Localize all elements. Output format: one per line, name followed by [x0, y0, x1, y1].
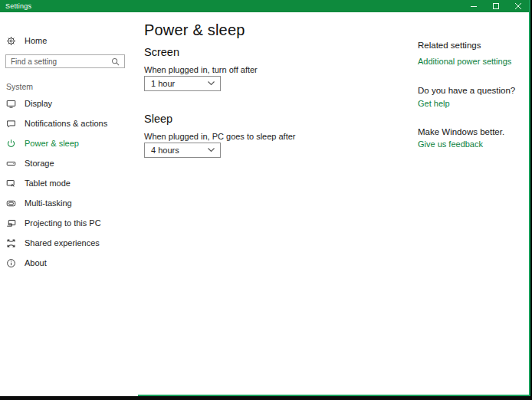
sleep-timeout-dropdown[interactable]: 4 hours — [144, 143, 221, 158]
notifications-icon — [6, 119, 16, 129]
settings-window: Settings — [0, 0, 530, 396]
shared-experiences-icon — [6, 238, 16, 248]
sidebar-item-label: Notifications & actions — [25, 119, 107, 128]
titlebar: Settings — [0, 0, 529, 12]
minimize-icon — [471, 3, 477, 9]
tablet-icon — [6, 179, 16, 189]
sidebar-item-label: Projecting to this PC — [25, 218, 101, 228]
sidebar-item-label: Power & sleep — [25, 139, 79, 148]
sidebar-item-label: Home — [25, 36, 47, 45]
search-box — [5, 54, 125, 68]
close-icon — [515, 3, 521, 9]
sidebar-item-power-sleep[interactable]: Power & sleep — [0, 133, 138, 153]
additional-power-settings-link[interactable]: Additional power settings — [418, 57, 511, 66]
screen-heading: Screen — [144, 46, 179, 58]
sidebar-item-multitasking[interactable]: Multi-tasking — [0, 193, 138, 213]
chevron-down-icon — [208, 81, 220, 86]
sidebar-item-label: Display — [25, 99, 52, 108]
sleep-heading: Sleep — [144, 113, 172, 125]
gear-icon — [6, 36, 16, 46]
sidebar-item-display[interactable]: Display — [0, 93, 138, 113]
sleep-timeout-value: 4 hours — [145, 146, 208, 155]
sidebar-item-projecting[interactable]: Projecting to this PC — [0, 213, 138, 233]
sidebar-item-label: Multi-tasking — [25, 198, 72, 208]
sidebar-nav: Display Notifications & actions Power & … — [0, 93, 138, 273]
sidebar: Home System Display — [0, 12, 138, 396]
close-button[interactable] — [507, 0, 529, 12]
storage-icon — [6, 159, 16, 169]
sidebar-item-notifications[interactable]: Notifications & actions — [0, 113, 138, 133]
projecting-icon — [6, 218, 16, 228]
window-title: Settings — [0, 2, 462, 10]
caption-buttons — [462, 0, 529, 12]
sidebar-item-home[interactable]: Home — [0, 32, 138, 49]
search-icon[interactable] — [111, 57, 120, 66]
minimize-button[interactable] — [462, 0, 484, 12]
multitasking-icon — [6, 198, 16, 208]
get-help-link[interactable]: Get help — [418, 99, 450, 108]
make-windows-better-heading: Make Windows better. — [418, 127, 504, 136]
sidebar-item-tablet-mode[interactable]: Tablet mode — [0, 173, 138, 193]
related-settings-heading: Related settings — [418, 41, 481, 50]
page-title: Power & sleep — [144, 21, 245, 39]
maximize-icon — [493, 3, 499, 9]
screen-timeout-dropdown[interactable]: 1 hour — [144, 76, 221, 91]
display-icon — [6, 99, 16, 109]
sidebar-item-storage[interactable]: Storage — [0, 153, 138, 173]
sidebar-item-shared-experiences[interactable]: Shared experiences — [0, 233, 138, 253]
sidebar-item-about[interactable]: About — [0, 253, 138, 273]
sidebar-section-label: System — [6, 82, 33, 91]
search-input[interactable] — [6, 57, 111, 66]
desktop-edge — [0, 396, 532, 400]
screen-timeout-value: 1 hour — [145, 79, 208, 88]
sleep-dropdown-label: When plugged in, PC goes to sleep after — [144, 132, 296, 141]
sidebar-item-label: Shared experiences — [25, 238, 100, 248]
question-heading: Do you have a question? — [418, 86, 515, 95]
maximize-button[interactable] — [484, 0, 507, 12]
sidebar-item-label: Storage — [25, 159, 54, 168]
screen-dropdown-label: When plugged in, turn off after — [144, 65, 258, 74]
chevron-down-icon — [208, 148, 220, 152]
give-us-feedback-link[interactable]: Give us feedback — [418, 139, 483, 149]
sidebar-item-label: Tablet mode — [25, 179, 71, 188]
power-icon — [6, 139, 16, 149]
sidebar-item-label: About — [25, 258, 47, 267]
info-icon — [6, 258, 16, 268]
